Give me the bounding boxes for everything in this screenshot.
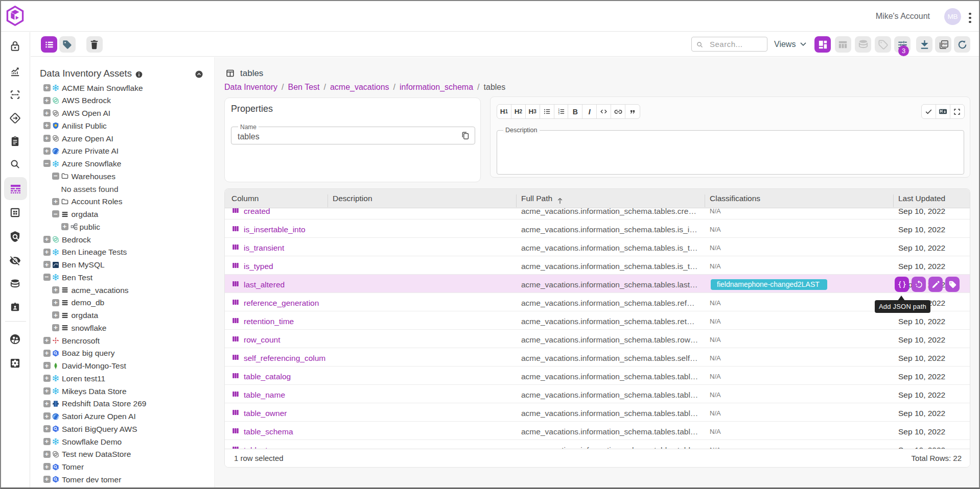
svg-text:PDF: PDF [942,42,947,45]
svg-text:3: 3 [558,112,559,115]
